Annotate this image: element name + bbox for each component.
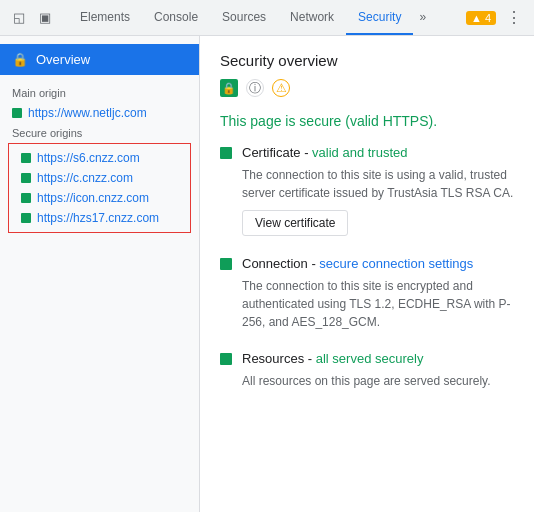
connection-section: Connection - secure connection settings …	[220, 256, 514, 331]
secure-origin-url-0: https://s6.cnzz.com	[37, 151, 140, 165]
tab-overflow-button[interactable]: »	[413, 0, 432, 35]
warning-badge: ▲ 4	[466, 11, 496, 25]
certificate-header: Certificate - valid and trusted	[220, 145, 514, 160]
info-icon: ⓘ	[246, 79, 264, 97]
secure-status-text: This page is secure (valid HTTPS).	[220, 113, 514, 129]
overview-nav-item[interactable]: 🔒 Overview	[0, 44, 199, 75]
cert-dot	[220, 147, 232, 159]
res-dash: -	[308, 351, 316, 366]
secure-origins-box: https://s6.cnzz.com https://c.cnzz.com h…	[8, 143, 191, 233]
main-origin-url: https://www.netljc.com	[28, 106, 147, 120]
origin-dot	[21, 193, 31, 203]
tab-security[interactable]: Security	[346, 0, 413, 35]
secure-status-icon: 🔒	[220, 79, 238, 97]
main-layout: 🔒 Overview Main origin https://www.netlj…	[0, 36, 534, 512]
sidebar: 🔒 Overview Main origin https://www.netlj…	[0, 36, 200, 512]
devtools-tabs: Elements Console Sources Network Securit…	[68, 0, 432, 35]
secure-origin-url-1: https://c.cnzz.com	[37, 171, 133, 185]
cert-dash: -	[304, 145, 312, 160]
origin-dot	[21, 153, 31, 163]
certificate-title: Certificate - valid and trusted	[242, 145, 408, 160]
cert-status: valid and trusted	[312, 145, 407, 160]
tab-sources[interactable]: Sources	[210, 0, 278, 35]
origin-dot	[12, 108, 22, 118]
tab-console[interactable]: Console	[142, 0, 210, 35]
more-options-button[interactable]: ⋮	[502, 6, 526, 29]
res-status: all served securely	[316, 351, 424, 366]
connection-header: Connection - secure connection settings	[220, 256, 514, 271]
tab-network[interactable]: Network	[278, 0, 346, 35]
devtools-toolbar: ◱ ▣ Elements Console Sources Network Sec…	[0, 0, 534, 36]
resources-body: All resources on this page are served se…	[220, 372, 514, 390]
certificate-description: The connection to this site is using a v…	[242, 168, 513, 200]
connection-description: The connection to this site is encrypted…	[242, 279, 511, 329]
page-title: Security overview	[220, 52, 514, 69]
select-element-button[interactable]: ▣	[34, 7, 56, 29]
toolbar-device-icons: ◱ ▣	[8, 7, 56, 29]
conn-status: secure connection settings	[319, 256, 473, 271]
overview-label: Overview	[36, 52, 90, 67]
status-icons-row: 🔒 ⓘ ⚠	[220, 79, 514, 97]
toolbar-right: ▲ 4 ⋮	[466, 6, 526, 29]
certificate-section: Certificate - valid and trusted The conn…	[220, 145, 514, 236]
conn-dot	[220, 258, 232, 270]
secure-origin-1[interactable]: https://c.cnzz.com	[9, 168, 190, 188]
conn-label: Connection	[242, 256, 308, 271]
origin-dot	[21, 173, 31, 183]
secure-origin-url-2: https://icon.cnzz.com	[37, 191, 149, 205]
warning-icon: ⚠	[272, 79, 290, 97]
resources-header: Resources - all served securely	[220, 351, 514, 366]
secure-origin-0[interactable]: https://s6.cnzz.com	[9, 148, 190, 168]
secure-origins-label: Secure origins	[0, 123, 199, 143]
res-dot	[220, 353, 232, 365]
resources-description: All resources on this page are served se…	[242, 374, 491, 388]
secure-origin-url-3: https://hzs17.cnzz.com	[37, 211, 159, 225]
res-label: Resources	[242, 351, 304, 366]
security-content: Security overview 🔒 ⓘ ⚠ This page is sec…	[200, 36, 534, 512]
resources-title: Resources - all served securely	[242, 351, 423, 366]
secure-origin-3[interactable]: https://hzs17.cnzz.com	[9, 208, 190, 228]
device-toggle-button[interactable]: ◱	[8, 7, 30, 29]
cert-label: Certificate	[242, 145, 301, 160]
origin-dot	[21, 213, 31, 223]
connection-body: The connection to this site is encrypted…	[220, 277, 514, 331]
main-origin-link[interactable]: https://www.netljc.com	[0, 103, 199, 123]
view-certificate-button[interactable]: View certificate	[242, 210, 348, 236]
connection-title: Connection - secure connection settings	[242, 256, 473, 271]
lock-icon: 🔒	[12, 52, 28, 67]
tab-elements[interactable]: Elements	[68, 0, 142, 35]
certificate-body: The connection to this site is using a v…	[220, 166, 514, 236]
secure-origin-2[interactable]: https://icon.cnzz.com	[9, 188, 190, 208]
resources-section: Resources - all served securely All reso…	[220, 351, 514, 390]
main-origin-label: Main origin	[0, 83, 199, 103]
lock-small-icon: 🔒	[222, 82, 236, 95]
